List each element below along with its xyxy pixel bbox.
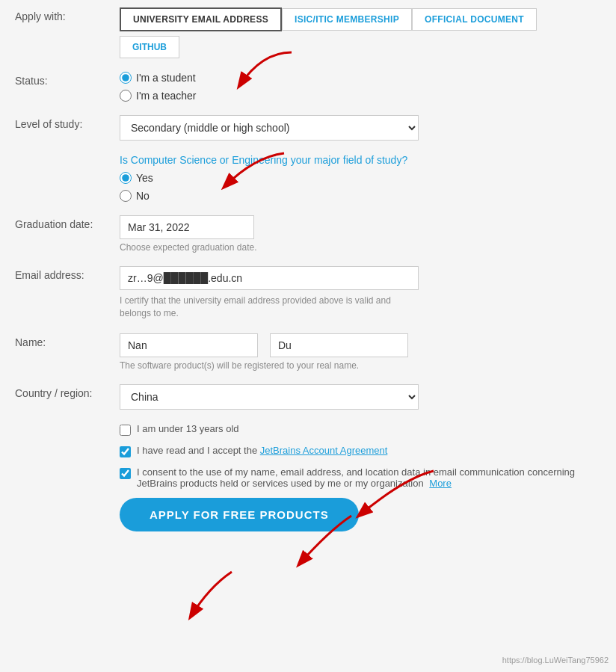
apply-with-tabs: UNIVERSITY EMAIL ADDRESS ISIC/ITIC MEMBE…	[120, 7, 601, 31]
status-content: I'm a student I'm a teacher	[120, 72, 601, 102]
name-row: Name: The software product(s) will be re…	[15, 333, 601, 371]
consent-checkbox[interactable]	[120, 468, 131, 479]
status-radio-group: I'm a student I'm a teacher	[120, 72, 601, 102]
tab-official-doc[interactable]: OFFICIAL DOCUMENT	[412, 8, 537, 31]
tab-github[interactable]: GITHUB	[120, 36, 179, 58]
cs-no-label: No	[136, 190, 150, 202]
last-name-input[interactable]	[270, 333, 408, 357]
level-of-study-select[interactable]: Secondary (middle or high school) Bachel…	[120, 115, 419, 141]
cs-no-radio[interactable]	[120, 190, 132, 202]
name-label: Name:	[15, 333, 120, 348]
status-teacher-option[interactable]: I'm a teacher	[120, 90, 601, 102]
under13-label: I am under 13 years old	[137, 423, 239, 434]
arrow-annotation-5	[172, 564, 262, 632]
consent-label: I consent to the use of my name, email a…	[137, 466, 575, 489]
footer-url: https://blog.LuWeiTang75962	[502, 656, 609, 665]
status-label: Status:	[15, 72, 120, 87]
agreement-before: I have read and I accept the	[137, 445, 260, 456]
country-region-label: Country / region:	[15, 384, 120, 399]
cs-radio-group: Yes No	[120, 172, 601, 202]
cs-question-content: Is Computer Science or Engineering your …	[120, 154, 601, 202]
email-address-row: Email address: I certify that the univer…	[15, 266, 601, 320]
email-address-input[interactable]	[120, 266, 419, 290]
email-address-content: I certify that the university email addr…	[120, 266, 601, 320]
footer-watermark: https://blog.LuWeiTang75962	[502, 656, 609, 665]
apply-button-container: APPLY FOR FREE PRODUCTS	[15, 498, 601, 531]
graduation-date-row: Graduation date: Choose expected graduat…	[15, 215, 601, 253]
status-student-option[interactable]: I'm a student	[120, 72, 601, 84]
apply-for-free-products-button[interactable]: APPLY FOR FREE PRODUCTS	[120, 498, 359, 531]
cs-yes-radio[interactable]	[120, 172, 132, 184]
country-region-select[interactable]: China United States United Kingdom Germa…	[120, 384, 419, 410]
consent-section: I consent to the use of my name, email a…	[120, 466, 601, 489]
consent-more-link[interactable]: More	[429, 478, 452, 489]
status-student-label: I'm a student	[136, 72, 196, 84]
status-student-radio[interactable]	[120, 72, 132, 84]
tab-university-email[interactable]: UNIVERSITY EMAIL ADDRESS	[120, 7, 282, 31]
name-content: The software product(s) will be register…	[120, 333, 601, 371]
under13-checkbox[interactable]	[120, 425, 131, 436]
name-hint: The software product(s) will be register…	[120, 360, 601, 371]
agreement-checkbox-item[interactable]: I have read and I accept the JetBrains A…	[120, 445, 601, 457]
apply-with-content: UNIVERSITY EMAIL ADDRESS ISIC/ITIC MEMBE…	[120, 7, 601, 58]
status-row: Status: I'm a student I'm a teacher	[15, 72, 601, 102]
first-name-input[interactable]	[120, 333, 258, 357]
status-teacher-radio[interactable]	[120, 90, 132, 102]
cs-yes-label: Yes	[136, 172, 153, 184]
level-of-study-row: Level of study: Secondary (middle or hig…	[15, 115, 601, 141]
under13-checkbox-item[interactable]: I am under 13 years old	[120, 423, 601, 436]
jetbrains-agreement-link[interactable]: JetBrains Account Agreement	[260, 445, 388, 456]
email-address-label: Email address:	[15, 266, 120, 281]
graduation-date-label: Graduation date:	[15, 215, 120, 230]
graduation-date-input[interactable]	[120, 215, 254, 239]
apply-with-row: Apply with: UNIVERSITY EMAIL ADDRESS ISI…	[15, 7, 601, 58]
name-fields-group	[120, 333, 601, 357]
graduation-date-content: Choose expected graduation date.	[120, 215, 601, 253]
consent-text: I consent to the use of my name, email a…	[137, 466, 601, 489]
graduation-date-hint: Choose expected graduation date.	[120, 242, 601, 253]
apply-with-label: Apply with:	[15, 7, 120, 22]
agreement-text: I have read and I accept the JetBrains A…	[137, 445, 387, 456]
cs-question-text: Is Computer Science or Engineering your …	[120, 154, 601, 166]
tab-isic[interactable]: ISIC/ITIC MEMBERSHIP	[282, 8, 412, 31]
agreement-section: I have read and I accept the JetBrains A…	[120, 445, 601, 457]
email-certify-text: I certify that the university email addr…	[120, 295, 419, 320]
cs-yes-option[interactable]: Yes	[120, 172, 601, 184]
agreement-checkbox[interactable]	[120, 446, 131, 457]
cs-question-row: Is Computer Science or Engineering your …	[15, 154, 601, 202]
country-region-content: China United States United Kingdom Germa…	[120, 384, 601, 410]
consent-checkbox-item[interactable]: I consent to the use of my name, email a…	[120, 466, 601, 489]
under13-section: I am under 13 years old	[120, 423, 601, 436]
cs-no-option[interactable]: No	[120, 190, 601, 202]
level-of-study-content: Secondary (middle or high school) Bachel…	[120, 115, 601, 141]
level-of-study-label: Level of study:	[15, 115, 120, 130]
country-region-row: Country / region: China United States Un…	[15, 384, 601, 410]
cs-question-spacer	[15, 154, 120, 157]
status-teacher-label: I'm a teacher	[136, 90, 197, 102]
